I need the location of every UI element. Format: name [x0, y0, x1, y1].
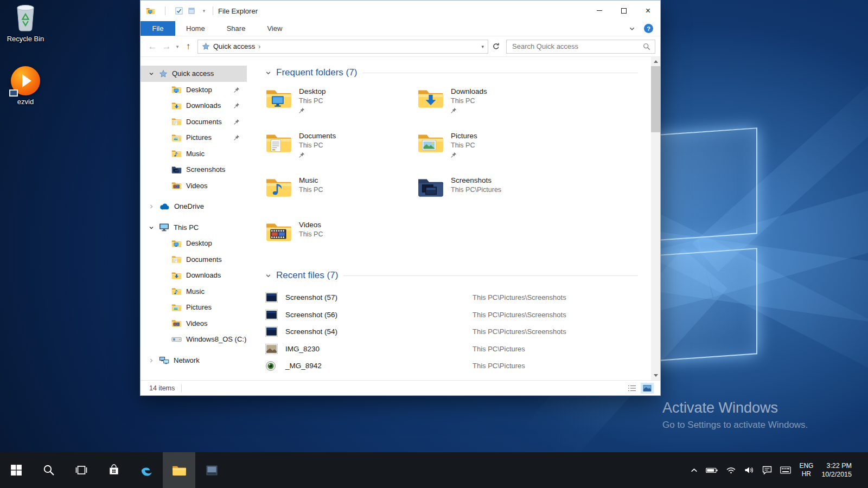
minimize-button[interactable]	[587, 1, 611, 21]
recent-file-row[interactable]: Screenshot (56) This PC\Pictures\Screens…	[265, 306, 640, 324]
ribbon-right-controls: ?	[629, 21, 660, 36]
clock[interactable]: 3:22 PM 10/2/2015	[821, 461, 852, 479]
minimize-icon	[597, 10, 602, 11]
breadcrumb-chevron-icon[interactable]: ›	[258, 43, 260, 50]
action-center-icon[interactable]	[762, 466, 772, 474]
address-dropdown-chevron-icon[interactable]: ▾	[481, 44, 484, 49]
sidebar-item-pc-desktop[interactable]: Desktop	[141, 235, 247, 252]
details-view-button[interactable]	[626, 383, 639, 394]
properties-check-icon[interactable]	[175, 7, 183, 15]
sidebar-item-qa-music[interactable]: Music	[141, 146, 247, 162]
sidebar-item-qa-downloads[interactable]: Downloads	[141, 98, 247, 114]
collapse-chevron-icon[interactable]	[149, 225, 154, 230]
sidebar-item-onedrive[interactable]: OneDrive	[141, 198, 247, 215]
touch-keyboard-icon[interactable]	[780, 466, 791, 474]
expand-chevron-icon[interactable]	[149, 204, 154, 209]
edge-icon	[139, 464, 154, 477]
customize-toolbar-chevron-icon[interactable]: ▾	[200, 8, 208, 14]
down-triangle-icon	[654, 374, 658, 377]
folder-tile-desktop[interactable]: Desktop This PC	[265, 86, 417, 122]
forward-button[interactable]: →	[159, 42, 174, 51]
sidebar-item-quick-access[interactable]: Quick access	[141, 66, 247, 82]
sidebar-item-pc-windows8-os[interactable]: Windows8_OS (C:)	[141, 331, 247, 348]
folder-tile-pictures[interactable]: Pictures This PC	[417, 131, 569, 166]
refresh-icon	[492, 42, 500, 50]
vertical-scrollbar[interactable]	[651, 57, 660, 380]
tab-share[interactable]: Share	[216, 21, 257, 36]
collapse-group-chevron-icon[interactable]	[265, 70, 271, 76]
tab-file[interactable]: File	[141, 21, 175, 36]
close-button[interactable]: ×	[636, 1, 660, 21]
recent-file-row[interactable]: _MG_8942 This PC\Pictures	[265, 357, 640, 375]
scroll-down-arrow[interactable]	[651, 371, 660, 380]
volume-icon[interactable]	[744, 466, 754, 474]
thumbnails-view-button[interactable]	[641, 383, 654, 394]
breadcrumb[interactable]: Quick access	[213, 42, 255, 50]
sidebar-item-this-pc[interactable]: This PC	[141, 220, 247, 236]
language-indicator[interactable]: ENG HR	[799, 462, 813, 478]
search-icon	[43, 464, 55, 476]
edge-button[interactable]	[130, 452, 163, 488]
hero-logo-pane	[650, 248, 757, 362]
sidebar-item-pc-pictures[interactable]: Pictures	[141, 299, 247, 316]
scrollbar-thumb[interactable]	[651, 66, 660, 132]
desktop-icon-ezvid[interactable]: ezvid	[3, 66, 48, 106]
sidebar-item-pc-music[interactable]: Music	[141, 284, 247, 300]
search-input[interactable]	[511, 42, 643, 51]
folder-tile-documents[interactable]: Documents This PC	[265, 131, 417, 166]
sidebar-item-qa-documents[interactable]: Documents	[141, 114, 247, 130]
folder-tile-downloads[interactable]: Downloads This PC	[417, 86, 569, 122]
sidebar-item-qa-videos[interactable]: Videos	[141, 178, 247, 194]
recent-file-row[interactable]: IMG_8230 This PC\Pictures	[265, 341, 640, 358]
desktop-folder-icon	[265, 87, 292, 110]
tab-view[interactable]: View	[256, 21, 293, 36]
maximize-icon	[621, 8, 627, 14]
start-button[interactable]	[0, 452, 33, 488]
maximize-button[interactable]	[611, 1, 636, 21]
taskbar-search-button[interactable]	[33, 452, 65, 488]
search-box[interactable]	[506, 40, 655, 54]
items-count: 14 items	[149, 384, 175, 392]
refresh-button[interactable]	[488, 42, 503, 50]
wifi-icon[interactable]	[726, 466, 736, 474]
recent-file-row[interactable]: Screenshot (54) This PC\Pictures\Screens…	[265, 323, 640, 341]
store-button[interactable]	[98, 452, 130, 488]
file-explorer-button[interactable]	[163, 452, 195, 488]
help-button[interactable]: ?	[644, 24, 653, 33]
navigation-pane: Quick access Desktop Downloads Documents	[141, 57, 247, 380]
new-folder-icon[interactable]	[188, 7, 195, 15]
sidebar-item-network[interactable]: Network	[141, 352, 247, 369]
recent-locations-chevron-icon[interactable]: ▾	[174, 44, 181, 49]
pin-icon	[451, 107, 457, 113]
folder-tile-screenshots[interactable]: Screenshots This PC\Pictures	[417, 175, 569, 211]
address-bar[interactable]: Quick access › ▾	[197, 40, 488, 54]
folder-tile-videos[interactable]: Videos This PC	[265, 220, 417, 255]
explorer-icon[interactable]	[146, 7, 155, 15]
sidebar-item-pc-documents[interactable]: Documents	[141, 252, 247, 268]
show-hidden-icons-chevron-icon[interactable]	[691, 468, 698, 473]
sidebar-item-qa-pictures[interactable]: Pictures	[141, 130, 247, 146]
expand-chevron-icon[interactable]	[149, 358, 154, 363]
desktop-icon-recycle-bin[interactable]: Recycle Bin	[3, 3, 48, 43]
expand-ribbon-chevron-icon[interactable]	[629, 25, 635, 32]
folder-tile-music[interactable]: Music This PC	[265, 175, 417, 211]
date: 10/2/2015	[821, 470, 852, 479]
collapse-group-chevron-icon[interactable]	[265, 273, 271, 279]
recent-file-row[interactable]: Screenshot (57) This PC\Pictures\Screens…	[265, 289, 640, 306]
tab-home[interactable]: Home	[175, 21, 216, 36]
sidebar-item-pc-downloads[interactable]: Downloads	[141, 267, 247, 284]
task-view-button[interactable]	[65, 452, 98, 488]
app-window-button[interactable]	[195, 452, 228, 488]
up-button[interactable]: ↑	[181, 42, 195, 51]
sidebar-item-qa-screenshots[interactable]: Screenshots	[141, 162, 247, 178]
scroll-up-arrow[interactable]	[651, 57, 660, 66]
back-button[interactable]: ←	[145, 42, 159, 51]
screenshot-thumbnail-icon	[265, 326, 278, 337]
battery-icon[interactable]	[706, 467, 718, 474]
title-bar[interactable]: ▾ File Explorer ×	[141, 1, 660, 21]
up-triangle-icon	[654, 60, 658, 63]
sidebar-item-qa-desktop[interactable]: Desktop	[141, 82, 247, 98]
collapse-chevron-icon[interactable]	[149, 71, 154, 76]
hero-logo-pane	[650, 127, 757, 241]
sidebar-item-pc-videos[interactable]: Videos	[141, 316, 247, 332]
